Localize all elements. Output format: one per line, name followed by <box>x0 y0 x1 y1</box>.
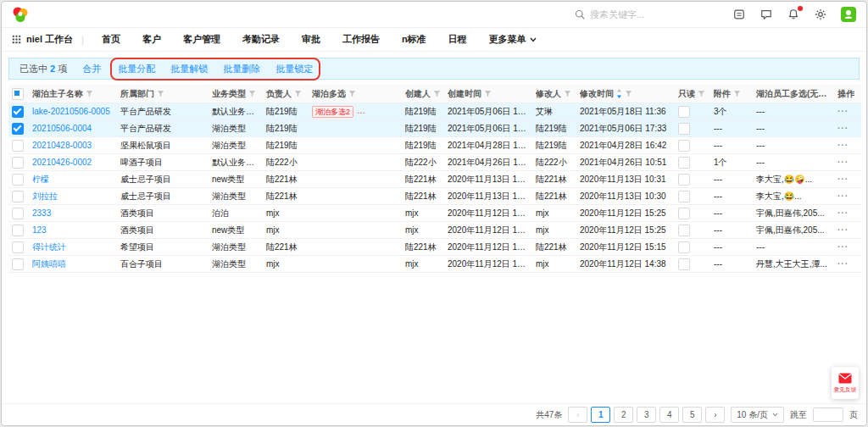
row-actions-button[interactable]: ··· <box>837 191 849 201</box>
page-button-4[interactable]: 4 <box>659 407 679 423</box>
record-name-link[interactable]: 柠檬 <box>32 175 49 184</box>
filter-icon[interactable] <box>433 90 441 97</box>
record-name-link[interactable]: 20210428-0003 <box>32 141 92 150</box>
row-actions-button[interactable]: ··· <box>837 107 849 116</box>
cell-modified: 2020年11月12日 14:38 <box>576 256 675 273</box>
row-actions-button[interactable]: ··· <box>837 259 849 269</box>
cell-modifier: mjx <box>532 205 576 222</box>
nav-item-7[interactable]: n标准 <box>391 33 437 46</box>
column-label: 操作 <box>837 88 854 100</box>
batch-action-2[interactable]: 批量解锁 <box>170 63 208 75</box>
merge-button[interactable]: 合并 <box>82 63 101 75</box>
cell-staff: --- <box>753 137 834 154</box>
message-icon[interactable] <box>760 8 773 21</box>
nav-item-5[interactable]: 审批 <box>291 33 331 46</box>
sort-icon[interactable] <box>616 89 622 98</box>
notes-icon[interactable] <box>732 8 746 21</box>
chevron-down-icon <box>530 37 537 42</box>
global-search-input[interactable]: 搜索关键字... <box>575 8 719 21</box>
filter-icon[interactable] <box>294 90 302 97</box>
row-checkbox[interactable] <box>12 208 24 219</box>
cell-created: 2020年11月12日 15:25 <box>444 222 532 239</box>
record-name-link[interactable]: lake-20210506-0005 <box>32 107 110 116</box>
column-header-modified[interactable]: 修改时间 <box>576 85 675 103</box>
record-name-link[interactable]: 2333 <box>32 208 51 218</box>
batch-action-4[interactable]: 批量锁定 <box>275 63 313 75</box>
next-page-button[interactable]: › <box>705 407 725 423</box>
record-name-link[interactable]: 刘拉拉 <box>32 191 58 201</box>
page-button-1[interactable]: 1 <box>591 407 610 423</box>
row-actions-button[interactable]: ··· <box>837 225 849 235</box>
row-checkbox[interactable] <box>12 191 24 202</box>
record-name-link[interactable]: 得计统计 <box>32 242 66 252</box>
column-header-name[interactable]: 湖泊主子名称 <box>29 85 117 103</box>
column-header-attachments[interactable]: 附件 <box>710 85 753 103</box>
nav-item-1[interactable]: 首页 <box>91 33 131 46</box>
feedback-button[interactable]: 意见反馈 <box>832 367 859 399</box>
bell-icon[interactable] <box>787 8 800 21</box>
column-header-readonly[interactable]: 只读 <box>675 85 710 103</box>
filter-icon[interactable] <box>484 90 492 97</box>
column-header-created[interactable]: 创建时间 <box>444 85 532 103</box>
prev-page-button[interactable]: ‹ <box>568 407 587 423</box>
row-actions-button[interactable]: ··· <box>837 175 849 184</box>
filter-icon[interactable] <box>348 90 356 97</box>
row-checkbox[interactable] <box>12 174 24 186</box>
row-actions-button[interactable]: ··· <box>837 158 849 167</box>
record-name-link[interactable]: 123 <box>32 225 47 235</box>
column-header-creator[interactable]: 创建人 <box>402 85 444 103</box>
workspace-app-icon[interactable] <box>841 7 856 22</box>
record-name-link[interactable]: 20210426-0002 <box>32 158 92 167</box>
row-checkbox[interactable] <box>12 258 24 270</box>
page-button-5[interactable]: 5 <box>682 407 702 423</box>
column-header-owner[interactable]: 负责人 <box>263 85 309 103</box>
page-button-3[interactable]: 3 <box>637 407 656 423</box>
filter-icon[interactable] <box>698 90 705 97</box>
column-label: 湖泊员工多选(无员... <box>756 88 831 100</box>
nav-more-menu[interactable]: 更多菜单 <box>478 33 548 46</box>
column-header-dept[interactable]: 所属部门 <box>117 85 209 103</box>
row-checkbox[interactable] <box>12 106 24 118</box>
select-all-checkbox[interactable] <box>12 88 24 100</box>
filter-icon[interactable] <box>625 90 632 97</box>
column-label: 创建人 <box>405 88 431 100</box>
column-label: 修改时间 <box>580 88 614 100</box>
nav-item-3[interactable]: 客户管理 <box>172 33 231 46</box>
record-name-link[interactable]: 阿姨嘻嘻 <box>32 259 66 269</box>
row-checkbox[interactable] <box>12 123 24 135</box>
record-name-link[interactable]: 20210506-0004 <box>32 124 92 133</box>
app-logo-icon[interactable] <box>12 6 29 23</box>
selection-summary: 已选中2项 <box>19 63 67 75</box>
readonly-checkbox <box>678 191 690 202</box>
filter-icon[interactable] <box>157 90 164 97</box>
filter-icon[interactable] <box>733 90 741 97</box>
jump-page-input[interactable] <box>813 408 843 422</box>
column-header-tags[interactable]: 湖泊多选 <box>309 85 402 103</box>
nav-item-8[interactable]: 日程 <box>437 33 478 46</box>
nav-item-4[interactable]: 考勤记录 <box>231 33 291 46</box>
row-actions-button[interactable]: ··· <box>837 208 849 218</box>
row-checkbox[interactable] <box>12 140 24 152</box>
page-button-2[interactable]: 2 <box>614 407 633 423</box>
row-checkbox[interactable] <box>12 157 24 169</box>
row-actions-button[interactable]: ··· <box>837 141 849 150</box>
nav-item-6[interactable]: 工作报告 <box>331 33 391 46</box>
gear-icon[interactable] <box>814 8 827 21</box>
filter-icon[interactable] <box>248 90 256 97</box>
filter-icon[interactable] <box>564 90 571 97</box>
page-size-select[interactable]: 10 条/页 <box>731 407 784 423</box>
workspace-switcher[interactable]: niel 工作台 <box>12 33 73 46</box>
row-checkbox[interactable] <box>12 241 24 253</box>
column-label: 所属部门 <box>120 88 154 100</box>
filter-icon[interactable] <box>86 90 93 97</box>
row-actions-button[interactable]: ··· <box>837 242 849 252</box>
nav-item-2[interactable]: 客户 <box>131 33 172 46</box>
batch-action-3[interactable]: 批量删除 <box>223 63 260 75</box>
column-header-type[interactable]: 业务类型 <box>209 85 263 103</box>
cell-modifier: 陆221林 <box>532 188 576 205</box>
row-checkbox[interactable] <box>12 225 24 236</box>
row-actions-button[interactable]: ··· <box>837 124 849 133</box>
batch-action-1[interactable]: 批量分配 <box>118 63 155 75</box>
column-header-modifier[interactable]: 修改人 <box>532 85 576 103</box>
cell-owner: 陆221林 <box>263 239 309 256</box>
